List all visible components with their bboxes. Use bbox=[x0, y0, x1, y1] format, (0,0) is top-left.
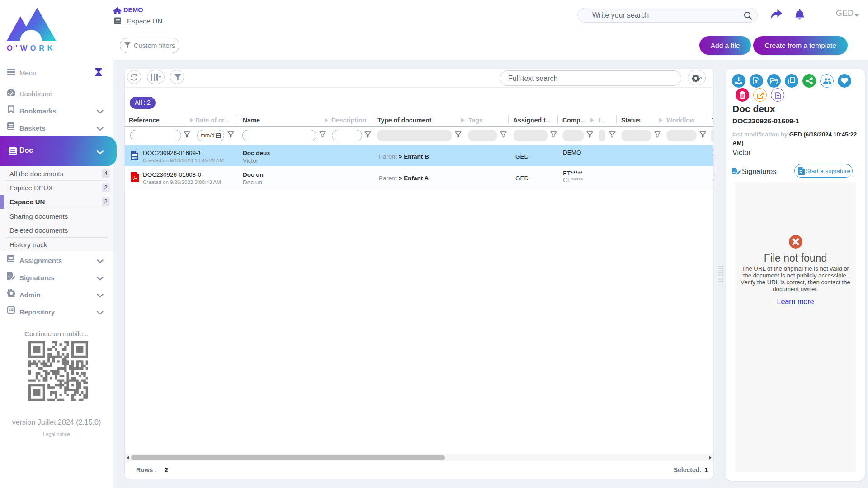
svg-text:w: w bbox=[134, 156, 137, 160]
svg-text:O'WORK: O'WORK bbox=[7, 44, 56, 52]
